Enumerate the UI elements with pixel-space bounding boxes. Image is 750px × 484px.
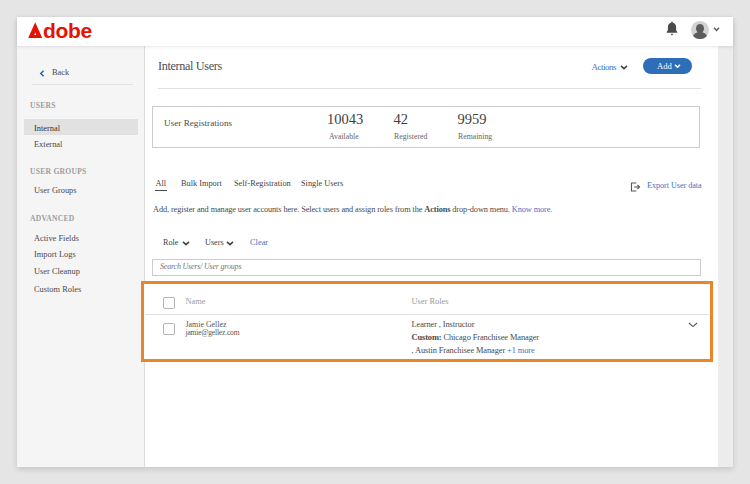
svg-text:dobe: dobe (43, 21, 92, 41)
